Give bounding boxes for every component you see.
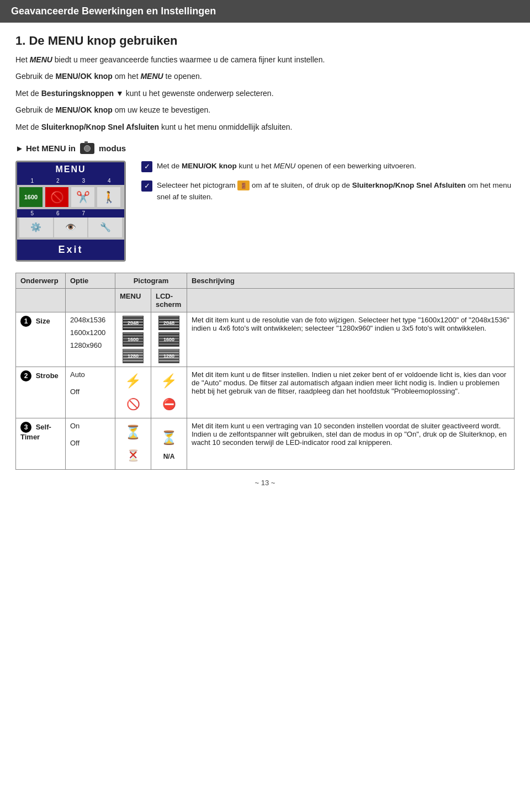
beschrijving-timer: Met dit item kunt u een vertraging van 1… xyxy=(187,418,515,469)
checkmark-icon-1: ✓ xyxy=(141,161,152,172)
topic-strobe: 2 Strobe xyxy=(16,367,66,418)
lcd-num-5: 5 xyxy=(19,210,45,216)
lcd-num-1: 1 xyxy=(19,178,45,184)
timer-off-icon-menu: ⏳ ✕ xyxy=(123,445,144,466)
th-onderwerp: Onderwerp xyxy=(16,273,66,288)
page-footer: ~ 13 ~ xyxy=(15,470,515,492)
pict-lcd-timer: ⏳ N/A xyxy=(151,418,187,469)
lcd-num-4: 4 xyxy=(97,178,123,184)
icon-1280-lcd: 1280 xyxy=(158,349,179,363)
page-number: ~ 13 ~ xyxy=(255,479,275,487)
option-self-timer: On Off xyxy=(66,418,115,469)
icon-1600-menu: 1600 xyxy=(123,332,144,347)
pict-menu-timer: ⏳ ⏳ ✕ xyxy=(115,418,151,469)
section-title: 1. De MENU knop gebruiken xyxy=(15,34,515,48)
th-lcd: LCD-scherm xyxy=(151,288,187,312)
lcd-number-row: 1 2 3 4 xyxy=(17,177,124,185)
option-strobe: Auto Off xyxy=(66,367,115,418)
timer-on-icon-menu: ⏳ xyxy=(123,422,144,443)
flash-auto-icon-menu: ⚡ xyxy=(123,370,144,391)
table-row: 3 Self-Timer On Off ⏳ ⏳ xyxy=(16,418,515,469)
table-row: 1 Size 2048x1536 1600x1200 1280x960 2048… xyxy=(16,312,515,367)
beschrijving-size: Met dit item kunt u de resolutie van de … xyxy=(187,312,515,367)
circle-num-3: 3 xyxy=(20,422,31,433)
topic-size: 1 Size xyxy=(16,312,66,367)
lcd-num-3: 3 xyxy=(71,178,97,184)
icon-1280-menu: 1280 xyxy=(123,349,144,363)
main-table: Onderwerp Optie Pictogram Beschrijving M… xyxy=(15,273,515,470)
flash-auto-icon-lcd: ⚡ xyxy=(158,370,179,391)
note-item-2: ✓ Selecteer het pictogram 🚪 om af te slu… xyxy=(141,180,515,203)
circle-num-2: 2 xyxy=(20,370,31,381)
lcd-cell-wrench: 🔧 xyxy=(88,217,122,237)
flash-off-icon-menu: 🚫 xyxy=(123,394,144,415)
note-item-1: ✓ Met de MENU/OK knop kunt u het MENU op… xyxy=(141,161,515,172)
checkmark-icon-2: ✓ xyxy=(141,181,152,192)
flash-off-icon-lcd: ⛔ xyxy=(158,394,179,415)
timer-on-icon-lcd: ⏳ xyxy=(158,427,179,448)
intro-para5: Met de Sluiterknop/Knop Snel Afsluiten k… xyxy=(15,121,515,133)
pict-menu-strobe: ⚡ 🚫 xyxy=(115,367,151,418)
intro-para3: Met de Besturingsknoppen ▼ kunt u het ge… xyxy=(15,87,515,99)
icon-2048-menu: 2048 xyxy=(123,316,144,330)
table-header-row: Onderwerp Optie Pictogram Beschrijving xyxy=(16,273,515,288)
lcd-num-6: 6 xyxy=(45,210,71,216)
th-optie: Optie xyxy=(66,273,115,288)
camera-icon xyxy=(80,143,94,154)
lcd-number-row2: 5 6 7 xyxy=(17,209,124,217)
page-header: Geavanceerde Bewerkingen en Instellingen xyxy=(0,0,530,23)
menu-mode-label: ► Het MENU in modus xyxy=(15,143,515,154)
th-beschrijving: Beschrijving xyxy=(187,273,515,288)
circle-num-1: 1 xyxy=(20,316,31,327)
pict-menu-size: 2048 1600 1280 xyxy=(115,312,151,367)
lcd-exit: Exit xyxy=(17,240,124,260)
timer-na-label: N/A xyxy=(163,453,175,460)
lcd-cell-scissors: ✂️ xyxy=(71,187,94,207)
intro-para2: Gebruik de MENU/OK knop om het MENU te o… xyxy=(15,70,515,82)
th-pictogram: Pictogram xyxy=(115,273,187,288)
lcd-num-blank xyxy=(97,210,123,216)
th-menu: MENU xyxy=(115,288,151,312)
table-row: 2 Strobe Auto Off ⚡ 🚫 xyxy=(16,367,515,418)
lcd-num-2: 2 xyxy=(45,178,71,184)
lcd-title: MENU xyxy=(17,162,124,177)
page-content: 1. De MENU knop gebruiken Het MENU biedt… xyxy=(0,23,530,503)
menu-mode-text: ► Het MENU in xyxy=(15,144,76,153)
lcd-bottom-row: ⚙️ 👁️ 🔧 xyxy=(17,217,124,240)
menu-notes: ✓ Met de MENU/OK knop kunt u het MENU op… xyxy=(141,161,515,211)
intro-para1: Het MENU biedt u meer geavanceerde funct… xyxy=(15,54,515,66)
pict-lcd-strobe: ⚡ ⛔ xyxy=(151,367,187,418)
lcd-cell-settings: ⚙️ xyxy=(19,217,53,237)
table-sub-header-row: MENU LCD-scherm xyxy=(16,288,515,312)
beschrijving-strobe: Met dit item kunt u de flitser instellen… xyxy=(187,367,515,418)
lcd-cell-1600: 1600 xyxy=(19,187,43,207)
lcd-icons-grid: 1600 🚫 ✂️ 🚶 xyxy=(17,185,124,209)
exit-icon-inline: 🚪 xyxy=(237,181,250,190)
menu-mode-suffix: modus xyxy=(99,144,126,153)
note-text-2: Selecteer het pictogram 🚪 om af te sluit… xyxy=(157,180,515,203)
note-text-1: Met de MENU/OK knop kunt u het MENU open… xyxy=(157,161,416,172)
topic-self-timer: 3 Self-Timer xyxy=(16,418,66,469)
icon-1600-lcd: 1600 xyxy=(158,332,179,347)
lcd-num-7: 7 xyxy=(71,210,97,216)
lcd-cell-nophoto: 🚫 xyxy=(45,187,68,207)
header-title: Geavanceerde Bewerkingen en Instellingen xyxy=(11,6,216,17)
pict-lcd-size: 2048 1600 1280 xyxy=(151,312,187,367)
lcd-screen: MENU 1 2 3 4 1600 🚫 ✂️ 🚶 xyxy=(15,161,126,262)
menu-section: MENU 1 2 3 4 1600 🚫 ✂️ 🚶 xyxy=(15,161,515,262)
icon-2048-lcd: 2048 xyxy=(158,316,179,330)
lcd-cell-eye: 👁️ xyxy=(54,217,88,237)
intro-para4: Gebruik de MENU/OK knop om uw keuze te b… xyxy=(15,104,515,116)
option-size: 2048x1536 1600x1200 1280x960 xyxy=(66,312,115,367)
lcd-cell-person: 🚶 xyxy=(97,187,120,207)
